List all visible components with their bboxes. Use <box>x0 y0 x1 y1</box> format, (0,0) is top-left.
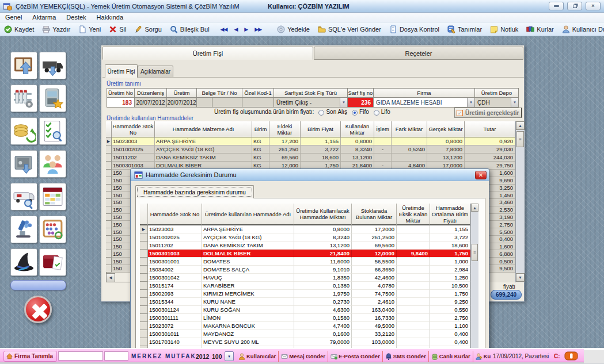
row-selector[interactable] <box>140 330 148 338</box>
chevron-down-icon[interactable]: ▼ <box>225 351 234 361</box>
row-selector[interactable] <box>106 170 112 177</box>
sarfiyat-dropdown[interactable]: Üretim Çıkış -▼ <box>274 98 348 108</box>
chevron-down-icon[interactable]: ▼ <box>340 98 347 107</box>
table-row[interactable]: 15015174KARABİBER0,13804,078010,500 <box>140 282 470 290</box>
table-row[interactable]: ▶15023003ARPA ŞEHRİYE0,800017,20001,155 <box>140 225 470 233</box>
radio-fifo[interactable] <box>352 110 358 116</box>
row-selector[interactable] <box>140 338 148 346</box>
sidebar-tile-wizard-hat-icon[interactable] <box>10 248 37 276</box>
table-row[interactable]: 1501002025AYÇİÇEK YAĞI (18 KG)KG261,2503… <box>106 145 515 154</box>
row-selector[interactable] <box>140 233 148 242</box>
row-selector[interactable] <box>140 258 148 266</box>
scroll-up-icon[interactable]: ▲ <box>471 204 478 212</box>
status-input-2[interactable] <box>104 351 128 361</box>
column-header-hammadde-stok-no[interactable]: Hammadde Stok No <box>112 121 155 137</box>
column-header-retimde-kullan-lan-hammadde-ad[interactable]: Üretimde kullanılan Hammadde Adı <box>202 204 294 225</box>
table-row[interactable]: 1500301003DOLMALIK BİBER21,840012,00009,… <box>140 250 470 258</box>
nav-arrow-3[interactable]: ▶▶ <box>251 26 265 32</box>
dialog-tab[interactable]: Hammadde bazında gereksinim durumu <box>135 185 254 198</box>
row-selector[interactable] <box>106 199 112 206</box>
grid-vertical-scrollbar[interactable]: ▲ ≡ ▼ <box>515 121 525 282</box>
duzenlenis-field[interactable]: 20/07/2012 <box>135 98 167 108</box>
column-header-ger-ek-miktar[interactable]: Gerçek Miktar <box>427 121 465 137</box>
toolbar-button-sil[interactable]: Sil <box>105 24 130 35</box>
toolbar-button-kaydet[interactable]: Kaydet <box>0 24 38 35</box>
table-row[interactable]: 1500301042HAVUÇ1,835042,46001,250 <box>140 274 470 282</box>
column-header-fark-miktar[interactable]: Fark Miktar <box>392 121 427 137</box>
table-row[interactable]: 15011202DANA KEMİKSİZ TAKIMKG69,56018,60… <box>106 154 515 162</box>
subtab-uretim-fisi[interactable]: Üretim Fişi <box>105 64 138 78</box>
table-row[interactable]: 1500301001DOMATES11,600056,55001,000 <box>140 258 470 266</box>
toolbar-button-kurlar[interactable]: Kurlar <box>522 24 557 35</box>
column-header-stoklarada-bulunan-miktar[interactable]: Stoklarada Bulunan Miktar <box>352 204 397 225</box>
checkbox-icon[interactable]: ✓ <box>457 110 463 116</box>
sidebar-tile-red-printer-icon[interactable] <box>39 248 66 276</box>
row-selector[interactable] <box>106 214 112 221</box>
menu-item-aktarma[interactable]: Aktarma <box>27 13 61 22</box>
belge-tur-field[interactable] <box>197 98 212 108</box>
radio-lifo[interactable] <box>374 110 379 116</box>
tab-uretim-fisi[interactable]: Üretim Fişi <box>102 47 313 60</box>
drive-icon[interactable] <box>564 351 578 361</box>
table-row[interactable]: 1501703140MEYVE SUYU 200 ML79,0000103,00… <box>140 338 470 346</box>
row-selector[interactable] <box>106 145 112 154</box>
restore-button[interactable] <box>567 2 582 10</box>
radio-son-al[interactable] <box>318 110 324 116</box>
row-selector[interactable]: ▶ <box>106 137 112 145</box>
subtab-aciklamalar[interactable]: Açıklamalar <box>138 66 173 78</box>
row-selector[interactable] <box>140 322 148 330</box>
menu-item-hakk-nda[interactable]: Hakkında <box>92 13 128 22</box>
sidebar-tile-calendar-icon[interactable] <box>39 183 66 210</box>
sidebar-tile-menu-upload-icon[interactable] <box>10 52 37 79</box>
sidebar-tile-ambulance-search-icon[interactable] <box>10 183 37 210</box>
row-selector[interactable] <box>106 185 112 192</box>
column-header-i-lem[interactable]: İşlem <box>374 121 392 137</box>
dialog-close-button[interactable]: ✕ <box>475 171 487 179</box>
statusbar-button-kullan-c-de-i-tir[interactable]: Kullanıcı Değiştir <box>473 351 491 362</box>
column-header-eldeki-miktar[interactable]: Eldeki Miktar <box>269 121 301 137</box>
sidebar-tile-microscope-icon[interactable] <box>10 216 37 243</box>
scrollbar-thumb[interactable]: ≡ <box>516 131 524 147</box>
scroll-down-icon[interactable]: ▼ <box>516 273 525 282</box>
column-header-hammadde-ortalama-birim-fiyat[interactable]: Hammadde Ortalama Birim Fiyatı <box>430 204 470 225</box>
uretim-no-field[interactable]: 183 <box>107 98 135 108</box>
uretim-depo-dropdown[interactable]: ÇDH▼ <box>475 98 519 108</box>
row-selector[interactable] <box>106 243 112 251</box>
firma-dropdown[interactable]: GIDA MALZEME HESABI▼ <box>374 98 475 108</box>
sidebar-tile-vending-machine-icon[interactable] <box>39 85 66 112</box>
statusbar-button-sms-g-nder[interactable]: SMS Gönder <box>383 351 429 362</box>
statusbar-button-canl-kurlar[interactable]: Canlı Kurlar <box>429 351 473 362</box>
scrollbar-thumb[interactable]: ≡ <box>472 244 478 261</box>
statusbar-button-kullan-c-lar[interactable]: Kullanıcılar <box>236 351 279 362</box>
chevron-down-icon[interactable]: ▼ <box>467 98 474 107</box>
table-row[interactable]: 15023072MAKARNA BONCUK4,740049,50001,100 <box>140 322 470 330</box>
column-header-retimde-kullan-lacak-hammadde-miktar[interactable]: Üretimde Kullanılacak Hammadde Miktarı <box>294 204 352 225</box>
column-header-hammadde-stok-no[interactable]: Hammadde Stok No <box>148 204 202 225</box>
nav-arrow-0[interactable]: ◀◀ <box>217 26 231 32</box>
row-selector[interactable] <box>106 162 112 170</box>
column-header-birim-fiyat[interactable]: Birim Fiyat <box>301 121 341 137</box>
table-row[interactable]: 1500301111LİMON0,158016,73302,750 <box>140 314 470 322</box>
row-selector[interactable] <box>106 191 112 199</box>
column-header-kullan-lan-miktar[interactable]: Kullanılan Miktar <box>341 121 374 137</box>
sidebar-tile-truck-upload-icon[interactable] <box>39 52 66 79</box>
row-selector[interactable] <box>106 250 112 258</box>
sidebar-tile-test-tubes-icon[interactable] <box>10 85 37 112</box>
ozel-kod-field[interactable] <box>242 98 274 108</box>
toolbar-button-dosya-kontrol[interactable]: Dosya Kontrol <box>385 24 443 35</box>
minimize-button[interactable] <box>549 2 564 10</box>
toolbar-button-bile-ik-bul[interactable]: Bileşik Bul <box>166 24 214 35</box>
toolbar-button-sorgu[interactable]: Sorgu <box>130 24 165 35</box>
scroll-left-icon[interactable]: ◀ <box>106 273 115 282</box>
uretim-date-field[interactable]: 20/07/2012 <box>167 98 197 108</box>
row-selector[interactable] <box>106 236 112 243</box>
row-selector[interactable] <box>140 306 148 314</box>
row-selector[interactable] <box>106 265 112 273</box>
sidebar-tile-safe-upload-icon[interactable] <box>10 150 37 178</box>
table-row[interactable]: 1500301011MAYDANOZ0,160033,21200,400 <box>140 330 470 338</box>
belge-no-field[interactable] <box>212 98 242 108</box>
column-header-retimde-eksik-kalan-miktar[interactable]: Üretimde Eksik Kalan Miktar <box>397 204 430 225</box>
row-selector[interactable] <box>140 274 148 282</box>
row-selector[interactable] <box>140 266 148 274</box>
sidebar-wide-button[interactable] <box>10 280 66 290</box>
